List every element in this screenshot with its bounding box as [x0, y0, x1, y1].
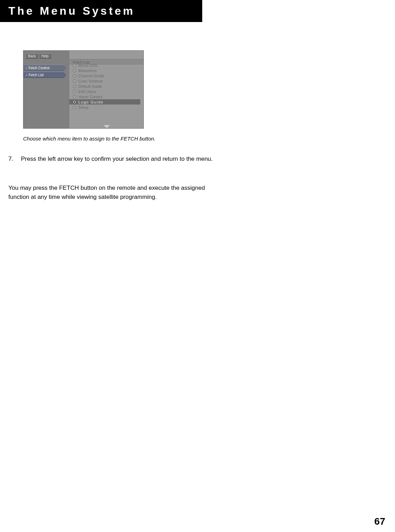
option-label: Attractions [78, 69, 97, 73]
option-label: Setup [78, 105, 89, 109]
radio-icon [73, 79, 76, 83]
chevron-right-icon [64, 65, 66, 71]
body-paragraph: You may press the FETCH button on the re… [8, 184, 225, 202]
option-home-control[interactable]: Home Control [73, 94, 144, 99]
option-edit-users[interactable]: Edit Users [73, 89, 144, 94]
tv-right-panel: Fetch List About DSS Attractions Channel… [69, 51, 144, 129]
tab-fetch-control[interactable]: 1 Fetch Control [23, 65, 64, 71]
option-logo-guide[interactable]: Logo Guide [69, 99, 140, 105]
figure-caption: Choose which menu item to assign to the … [23, 136, 156, 142]
back-button[interactable]: Back [26, 53, 38, 59]
chevron-right-icon [64, 72, 66, 78]
tab-label: Fetch List [28, 73, 43, 77]
radio-icon [73, 64, 76, 67]
option-attractions[interactable]: Attractions [73, 68, 144, 73]
tab-label: Fetch Control [28, 66, 49, 70]
option-label: Logo Guide [78, 100, 104, 104]
option-label: Default Guide [78, 84, 102, 88]
option-channel-guide[interactable]: Channel Guide [73, 73, 144, 78]
tv-menu-screenshot: Back Help 1 Fetch Control 2 Fetch List F… [23, 50, 144, 129]
help-button[interactable]: Help [39, 53, 51, 59]
page: The Menu System Back Help 1 Fetch Contro… [0, 0, 395, 532]
step-text: Press the left arrow key to confirm your… [21, 154, 213, 164]
option-setup[interactable]: Setup [73, 105, 144, 110]
tv-toolbar: Back Help [26, 53, 51, 59]
option-label: Edit Users [78, 89, 96, 94]
tab-number: 1 [26, 66, 27, 70]
radio-icon [73, 85, 76, 88]
radio-icon [73, 69, 76, 72]
radio-icon [73, 95, 76, 99]
scroll-down-indicator [69, 124, 144, 129]
radio-icon [73, 100, 76, 104]
page-number: 67 [374, 516, 385, 527]
tv-left-tabs: 1 Fetch Control 2 Fetch List [23, 65, 64, 79]
chapter-header: The Menu System [0, 0, 202, 22]
option-label: About DSS [78, 63, 97, 67]
option-list: About DSS Attractions Channel Guide Colo… [69, 63, 144, 110]
chevron-down-icon [104, 125, 110, 128]
tab-number: 2 [26, 73, 27, 77]
option-label: Home Control [78, 95, 102, 99]
radio-icon [73, 90, 76, 93]
option-default-guide[interactable]: Default Guide [73, 84, 144, 89]
step-7: 7. Press the left arrow key to confirm y… [8, 154, 229, 164]
radio-icon [73, 106, 76, 109]
tab-fetch-list[interactable]: 2 Fetch List [23, 72, 64, 78]
option-about-dss[interactable]: About DSS [73, 63, 144, 68]
option-color-scheme[interactable]: Color Scheme [73, 78, 144, 84]
step-number: 7. [8, 154, 16, 164]
radio-icon [73, 74, 76, 78]
chapter-title: The Menu System [8, 5, 135, 17]
option-label: Color Scheme [78, 79, 103, 83]
option-label: Channel Guide [78, 74, 104, 78]
